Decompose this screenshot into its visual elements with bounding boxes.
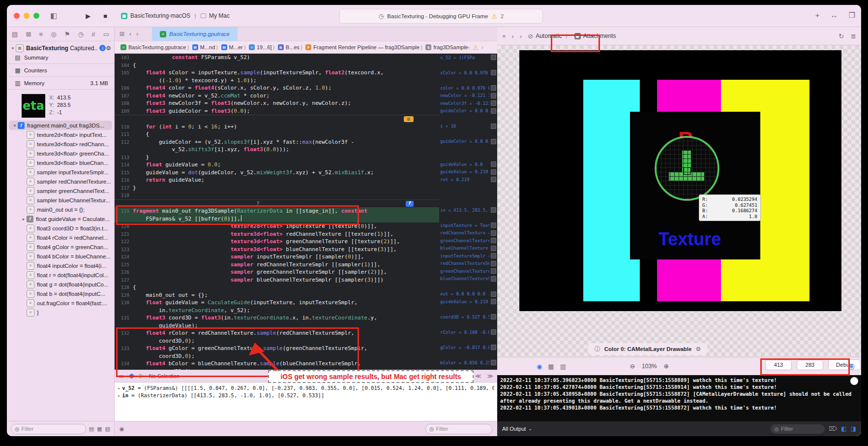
debug-icon[interactable]: #: [91, 31, 95, 38]
find-icon[interactable]: ◎: [51, 31, 56, 38]
forward-button[interactable]: ›: [520, 32, 522, 40]
symbols-icon[interactable]: ≡: [39, 31, 43, 38]
memory-item[interactable]: ▥Memory3.1 MB: [7, 78, 114, 88]
tree-row[interactable]: ≡sampler greenChannelText...: [7, 186, 114, 195]
breadcrumb-item[interactable]: MM...er: [219, 44, 243, 50]
tree-row[interactable]: ≡texture3d<float> blueChan...: [7, 158, 114, 167]
info-icon[interactable]: ⓘ: [595, 345, 600, 353]
variables-console[interactable]: ▸v_52 = (FSParams&) [[[[1.5, 0.847, 0.26…: [115, 382, 497, 421]
tree-row[interactable]: ≡float4 rColor = redChannel...: [7, 233, 114, 242]
framebuffer-preview[interactable]: B Texture R:0.0235294 G:0.627451: [519, 50, 841, 311]
issues-icon[interactable]: ⚑: [64, 31, 70, 38]
value-detail-button[interactable]: [491, 238, 496, 243]
summary-item[interactable]: ▤Summary: [7, 53, 114, 62]
variable-value[interactable]: ret = 0.219: [440, 176, 496, 184]
value-detail-button[interactable]: [491, 253, 496, 258]
project-navigator-icon[interactable]: ▤: [12, 31, 18, 38]
tree-row[interactable]: ≡sampler redChannelTexture...: [7, 177, 114, 186]
variable-value[interactable]: inputTexture = Texture 0x7f: [440, 222, 496, 229]
tree-row[interactable]: ≡float r = dot(float4(inputCol...: [7, 270, 114, 280]
close-icon[interactable]: ×: [502, 32, 506, 40]
tree-row[interactable]: ▸ffloat guideValue = Caculate...: [7, 214, 114, 223]
step-back-icon[interactable]: ≪: [475, 373, 481, 380]
source-control-icon[interactable]: ⊠: [26, 31, 31, 38]
scroll-knob[interactable]: [850, 377, 858, 385]
variable-value[interactable]: color = 0.0 0.976 0.0 1.0: [440, 84, 496, 92]
counters-item[interactable]: ▦Counters: [7, 65, 114, 75]
value-detail-button[interactable]: [491, 169, 496, 175]
value-detail-button[interactable]: [491, 223, 496, 228]
gear-icon[interactable]: ⚙: [695, 346, 701, 352]
variable-value[interactable]: out = 0.0 0.0 0.0: [440, 290, 496, 298]
disclosure-icon[interactable]: ▾: [10, 46, 16, 51]
tree-row[interactable]: ≡texture2d<float> inputText...: [7, 130, 114, 139]
variable-value[interactable]: blueChannelTextureSmplr =: [440, 275, 496, 283]
shader-cost-badge[interactable]: ▤: [404, 116, 414, 122]
tree-row[interactable]: ≡float3 coord3D = float3(in.t...: [7, 223, 114, 233]
save-image-icon[interactable]: ▦: [548, 363, 554, 370]
reports-icon[interactable]: ▭: [103, 31, 109, 38]
filter-option-icon-2[interactable]: ▦: [97, 426, 102, 432]
value-detail-button[interactable]: [491, 230, 496, 236]
tree-row[interactable]: ≡float4 gColor = greenChan...: [7, 242, 114, 252]
value-detail-button[interactable]: [491, 276, 496, 282]
tree-row[interactable]: ≡}: [7, 308, 114, 317]
tree-row[interactable]: ≡float4 inputColor = float4(i...: [7, 261, 114, 270]
breadcrumb-item[interactable]: ≡BasicTexturing.gputrace: [119, 44, 186, 50]
step-over-icon[interactable]: 𝄀▷: [139, 373, 144, 380]
tab-gputrace[interactable]: ≡ BasicTexturing.gputrace: [152, 27, 238, 41]
forward-button[interactable]: ›: [136, 31, 138, 37]
variable-value[interactable]: newColor = -0.121 1.15 0.: [440, 92, 496, 100]
tree-row[interactable]: ≡sampler blueChannelTextur...: [7, 195, 114, 205]
attachment-viewer[interactable]: B Texture R:0.0235294 G:0.627451: [497, 45, 861, 357]
gear-icon[interactable]: ⚙: [106, 45, 111, 52]
source-editor[interactable]: 103 constant FSParams& v_52)104{105 floa…: [115, 54, 497, 370]
texture-thumbnail[interactable]: eta: [22, 94, 45, 118]
variable-value[interactable]: v_52 = {(FSPa: [440, 54, 496, 62]
console-filter-input[interactable]: ◎ Filter: [771, 424, 825, 434]
value-detail-button[interactable]: [491, 207, 496, 213]
variable-value[interactable]: inputTextureSmplr = n/a: [440, 252, 496, 260]
breadcrumb-issue-nav[interactable]: ‹⚠›: [468, 44, 483, 51]
next-issue-icon[interactable]: ›: [481, 44, 483, 50]
tree-row[interactable]: ≡texture3d<float> redChann...: [7, 139, 114, 149]
value-detail-button[interactable]: [491, 360, 496, 365]
tree-row[interactable]: ≡float4 bColor = blueChanne...: [7, 252, 114, 261]
breadcrumb-item[interactable]: ≡19...6]: [247, 44, 272, 50]
variable-value[interactable]: rColor = 0.100 -0.043 -0.3: [440, 328, 496, 336]
variable-value[interactable]: guideColor = 0.0 0.303 0.2: [440, 138, 496, 146]
navigator-filter-input[interactable]: ◎ Filter: [11, 424, 86, 434]
value-detail-button[interactable]: [491, 314, 496, 319]
variable-value[interactable]: newColor3f = -0.121 1.15: [440, 99, 496, 107]
info-icon[interactable]: i: [99, 45, 106, 51]
value-detail-button[interactable]: [491, 93, 496, 98]
value-detail-button[interactable]: [491, 85, 496, 91]
activity-view[interactable]: ◷ BasicTexturing - Debugging GPU Frame ⚠…: [339, 9, 543, 24]
value-detail-button[interactable]: [491, 108, 496, 114]
variable-row[interactable]: ▸v_52 = (FSParams&) [[[[1.5, 0.847, 0.26…: [118, 384, 494, 392]
fragment-function-badge[interactable]: f: [406, 201, 414, 207]
tree-row[interactable]: ≡out.fragColor = float4(fast:...: [7, 298, 114, 308]
variable-value[interactable]: sColor = 0.0 0.976 0.0 1.1: [440, 69, 496, 77]
variable-value[interactable]: i = 16: [440, 123, 496, 130]
grid-toggle-icon[interactable]: ▥: [560, 363, 566, 370]
stop-button[interactable]: ■: [103, 12, 107, 20]
variable-value[interactable]: greenChannelTexture = Text: [440, 237, 496, 245]
help-icon[interactable]: ?: [256, 200, 260, 208]
trash-icon[interactable]: ⌦: [829, 425, 837, 432]
value-detail-button[interactable]: [491, 55, 496, 60]
editor-options-icon[interactable]: ≣: [851, 32, 856, 40]
value-detail-button[interactable]: [491, 246, 496, 251]
breadcrumb-item[interactable]: FFragment Render Pipeline — frag3DSample: [303, 44, 419, 50]
breadcrumb-item[interactable]: BB...es: [276, 44, 299, 50]
back-button[interactable]: ‹: [512, 32, 514, 40]
variable-value[interactable]: guideValue = 0.219: [440, 298, 496, 306]
variable-value[interactable]: guideValue = 0.0: [440, 160, 496, 168]
tree-row[interactable]: ▾ffragment main0_out frag3DS...: [9, 121, 112, 130]
value-detail-button[interactable]: [491, 299, 496, 304]
value-detail-button[interactable]: [491, 161, 496, 167]
variable-value[interactable]: bColor = 0.056 0.259 0.09: [440, 359, 496, 367]
step-forward-icon[interactable]: ≫: [487, 373, 493, 380]
minimize-window-button[interactable]: [24, 13, 30, 19]
prev-issue-icon[interactable]: ‹: [468, 44, 470, 50]
